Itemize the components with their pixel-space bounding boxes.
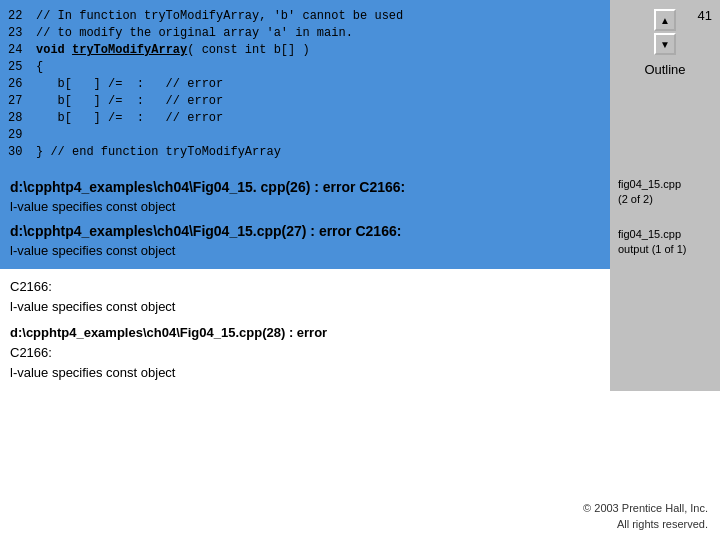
code-line-23: 23 // to modify the original array 'a' i… [8,25,606,42]
line-num: 22 [8,8,36,25]
panel-item-1-line2: (2 of 2) [618,192,712,207]
code-text: b[ ] /= : // error [36,93,223,110]
panel-item-2-line1: fig04_15.cpp [618,227,712,242]
code-line-27: 27 b[ ] /= : // error [8,93,606,110]
top-row: 22 // In function tryToModifyArray, 'b' … [0,0,720,169]
error-section: d:\cpphtp4_examples\ch04\Fig04_15. cpp(2… [0,169,720,269]
outline-block: 41 ▲ ▼ Outline [610,0,720,169]
white-sidebar [610,269,720,391]
error-c2166-2: C2166: [10,343,600,363]
code-text: // In function tryToModifyArray, 'b' can… [36,8,403,25]
code-text: b[ ] /= : // error [36,76,223,93]
line-num: 29 [8,127,36,144]
code-line-28: 28 b[ ] /= : // error [8,110,606,127]
outline-up-button[interactable]: ▲ [654,9,676,31]
error-line-2-path: d:\cpphtp4_examples\ch04\Fig04_15.cpp(27… [10,221,600,241]
code-text: } // end function tryToModifyArray [36,144,281,161]
footer: © 2003 Prentice Hall, Inc. All rights re… [583,500,708,532]
line-num: 28 [8,110,36,127]
footer-line2: All rights reserved. [583,516,708,532]
code-text: void tryToModifyArray( const int b[] ) [36,42,310,59]
line-num: 24 [8,42,36,59]
outline-down-button[interactable]: ▼ [654,33,676,55]
error-line-1-path: d:\cpphtp4_examples\ch04\Fig04_15. cpp(2… [10,177,600,197]
white-area: C2166: l-value specifies const object d:… [0,269,610,391]
error-3-path: d:\cpphtp4_examples\ch04\Fig04_15.cpp(28… [10,323,600,343]
error-line-1-msg: l-value specifies const object [10,197,600,217]
error-content: d:\cpphtp4_examples\ch04\Fig04_15. cpp(2… [0,169,610,269]
outline-label: Outline [644,62,685,77]
white-section: C2166: l-value specifies const object d:… [0,269,720,391]
code-line-24: 24 void tryToModifyArray( const int b[] … [8,42,606,59]
error-msg-3: l-value specifies const object [10,363,600,383]
code-line-30: 30 } // end function tryToModifyArray [8,144,606,161]
sidebar-labels: fig04_15.cpp (2 of 2) fig04_15.cpp outpu… [610,169,720,269]
code-text: { [36,59,43,76]
outline-arrows: ▲ ▼ [654,8,676,56]
panel-item-1: fig04_15.cpp (2 of 2) [618,177,712,207]
line-num: 23 [8,25,36,42]
code-line-26: 26 b[ ] /= : // error [8,76,606,93]
code-text: b[ ] /= : // error [36,110,223,127]
panel-item-2-line2: output (1 of 1) [618,242,712,257]
code-block: 22 // In function tryToModifyArray, 'b' … [0,0,610,169]
error-c2166-label: C2166: [10,277,600,297]
code-text: // to modify the original array 'a' in m… [36,25,353,42]
error-line-2-msg: l-value specifies const object [10,241,600,261]
line-num: 26 [8,76,36,93]
code-line-22: 22 // In function tryToModifyArray, 'b' … [8,8,606,25]
line-num: 30 [8,144,36,161]
error-msg-2: l-value specifies const object [10,297,600,317]
page-number: 41 [698,8,712,23]
panel-item-2: fig04_15.cpp output (1 of 1) [618,227,712,257]
code-line-29: 29 [8,127,606,144]
panel-item-1-line1: fig04_15.cpp [618,177,712,192]
footer-line1: © 2003 Prentice Hall, Inc. [583,500,708,516]
line-num: 25 [8,59,36,76]
line-num: 27 [8,93,36,110]
code-line-25: 25 { [8,59,606,76]
